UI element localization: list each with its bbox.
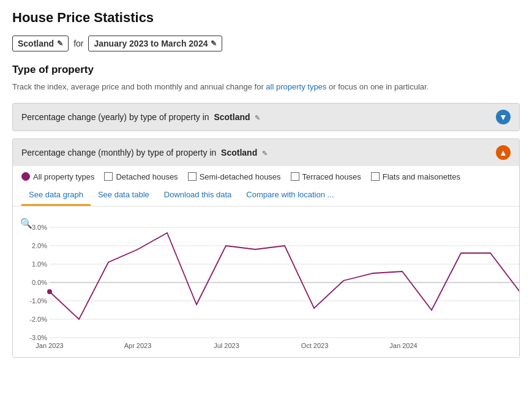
svg-text:Jan 2024: Jan 2024 xyxy=(389,342,417,349)
date-range-label: January 2023 to March 2024 xyxy=(94,39,208,48)
tab-see-data-table[interactable]: See data table xyxy=(91,185,157,206)
yearly-chart-location: Scotland xyxy=(214,112,250,122)
section-title: Type of property xyxy=(12,64,520,76)
legend-label-terraced: Terraced houses xyxy=(302,172,361,181)
monthly-chart-body: All property types Detached houses Semi-… xyxy=(13,166,519,357)
location-chip[interactable]: Scotland ✎ xyxy=(12,36,69,51)
monthly-chart-section: Percentage change (monthly) by type of p… xyxy=(12,138,520,358)
legend-item-terraced: Terraced houses xyxy=(291,172,361,181)
monthly-chart-edit-icon[interactable]: ✎ xyxy=(262,150,268,157)
legend-item-all: All property types xyxy=(21,172,94,181)
section-description: Track the index, average price and both … xyxy=(12,81,520,93)
chart-area: 🔍 3.0% 2.0% 1.0% xyxy=(13,211,519,357)
legend-checkbox-all xyxy=(21,172,30,181)
date-edit-icon[interactable]: ✎ xyxy=(211,39,217,48)
legend-label-flats: Flats and maisonettes xyxy=(383,172,460,181)
svg-text:-2.0%: -2.0% xyxy=(29,316,47,323)
svg-text:Oct 2023: Oct 2023 xyxy=(301,342,329,349)
legend-label-all: All property types xyxy=(33,172,94,181)
svg-text:-1.0%: -1.0% xyxy=(29,297,47,305)
data-point-start xyxy=(47,289,52,294)
monthly-chart-title: Percentage change (monthly) by type of p… xyxy=(21,148,268,157)
svg-text:Apr 2023: Apr 2023 xyxy=(124,342,152,349)
svg-text:-3.0%: -3.0% xyxy=(29,334,47,341)
legend-label-detached: Detached houses xyxy=(116,172,178,181)
date-range-chip[interactable]: January 2023 to March 2024 ✎ xyxy=(88,36,222,51)
yearly-chart-section: Percentage change (yearly) by type of pr… xyxy=(12,103,520,131)
yearly-chart-collapse-btn[interactable]: ▼ xyxy=(496,110,511,124)
svg-text:3.0%: 3.0% xyxy=(32,224,47,231)
monthly-chart-location: Scotland xyxy=(221,148,257,157)
location-label: Scotland xyxy=(18,39,54,48)
svg-text:0.0%: 0.0% xyxy=(32,279,47,286)
all-property-types-link[interactable]: all property types xyxy=(266,82,326,91)
legend-checkbox-detached xyxy=(104,172,113,181)
page-title: House Price Statistics xyxy=(12,10,520,26)
tab-bar: See data graph See data table Download t… xyxy=(13,185,519,206)
monthly-chart-expand-btn[interactable]: ▲ xyxy=(496,145,511,160)
svg-text:1.0%: 1.0% xyxy=(32,260,47,268)
legend-item-flats: Flats and maisonettes xyxy=(371,172,460,181)
location-bar: Scotland ✎ for January 2023 to March 202… xyxy=(12,36,520,51)
location-edit-icon[interactable]: ✎ xyxy=(57,39,63,48)
for-label: for xyxy=(73,39,83,48)
zoom-icon[interactable]: 🔍 xyxy=(20,218,32,229)
monthly-chart-header: Percentage change (monthly) by type of p… xyxy=(13,139,519,166)
tab-see-data-graph[interactable]: See data graph xyxy=(21,185,91,206)
svg-text:2.0%: 2.0% xyxy=(32,242,47,249)
legend-item-detached: Detached houses xyxy=(104,172,178,181)
legend-bar: All property types Detached houses Semi-… xyxy=(13,166,519,185)
tab-compare-location[interactable]: Compare with location ... xyxy=(239,185,341,206)
tab-download-data[interactable]: Download this data xyxy=(157,185,239,206)
legend-item-semi: Semi-detached houses xyxy=(188,172,281,181)
legend-label-semi: Semi-detached houses xyxy=(200,172,281,181)
legend-checkbox-terraced xyxy=(291,172,299,181)
line-chart: 3.0% 2.0% 1.0% 0.0% -1.0% -2.0% xyxy=(19,216,520,351)
yearly-chart-header: Percentage change (yearly) by type of pr… xyxy=(13,104,519,131)
svg-text:Jul 2023: Jul 2023 xyxy=(214,342,239,349)
yearly-chart-title: Percentage change (yearly) by type of pr… xyxy=(21,112,260,122)
yearly-chart-edit-icon[interactable]: ✎ xyxy=(255,114,260,121)
legend-checkbox-flats xyxy=(371,172,380,181)
page-container: House Price Statistics Scotland ✎ for Ja… xyxy=(0,0,532,375)
legend-checkbox-semi xyxy=(188,172,197,181)
svg-text:Jan 2023: Jan 2023 xyxy=(36,342,63,349)
